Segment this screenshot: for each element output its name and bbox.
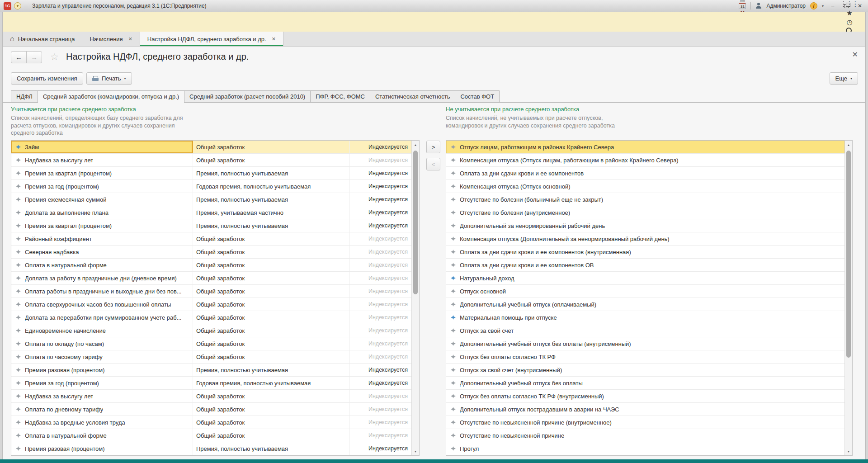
table-row[interactable]: Премия за квартал (процентом) Премия, по… xyxy=(11,167,411,180)
table-row[interactable]: Оплата по часовому тарифу Общий заработо… xyxy=(11,350,411,364)
list-item[interactable]: Дополнительный учебный отпуск без оплаты xyxy=(446,377,844,390)
info-caret-icon[interactable]: ▾ xyxy=(822,4,824,8)
save-changes-button[interactable]: Сохранить изменения xyxy=(11,72,83,85)
list-item[interactable]: Компенсация отпуска (Дополнительный за н… xyxy=(446,232,844,246)
included-list-description: Список начислений, определяющих базу сре… xyxy=(11,114,183,137)
table-row[interactable]: Надбавка за выслугу лет Общий заработок … xyxy=(11,154,411,167)
main-menu-dropdown[interactable]: ▼ xyxy=(14,2,21,9)
window-frame-right xyxy=(865,12,868,459)
accrual-name: Отпуск без оплаты согласно ТК РФ (внутри… xyxy=(460,393,604,400)
settings-tab[interactable]: НДФЛ xyxy=(11,90,38,102)
scroll-up-icon[interactable]: ▲ xyxy=(845,141,852,148)
table-row[interactable]: Оплата работы в праздничные и выходные д… xyxy=(11,285,411,298)
accrual-name: Дополнительный за ненормированный рабочи… xyxy=(460,222,605,229)
list-item[interactable]: Отсутствие по болезни (больничный еще не… xyxy=(446,193,844,206)
table-row[interactable]: Надбавка за выслугу лет Общий заработок … xyxy=(11,390,411,403)
history-icon[interactable]: ◷ xyxy=(844,18,854,27)
table-row[interactable]: Оплата в натуральной форме Общий заработ… xyxy=(11,429,411,442)
accrual-name: Компенсация отпуска (Отпуск лицам, работ… xyxy=(460,157,679,164)
apps-menu-icon[interactable]: ⋮⋮⋮ xyxy=(844,0,854,9)
table-row[interactable]: Оплата сверхурочных часов без повышенной… xyxy=(11,298,411,311)
favorite-star-icon[interactable]: ☆ xyxy=(50,52,59,62)
list-item[interactable]: Оплата за дни сдачи крови и ее компонент… xyxy=(446,167,844,180)
table-row[interactable]: Доплата за выполнение плана Премия, учит… xyxy=(11,206,411,219)
list-item[interactable]: Оплата за дни сдачи крови и ее компонент… xyxy=(446,259,844,272)
list-item[interactable]: Дополнительный учебный отпуск (оплачивае… xyxy=(446,298,844,311)
list-item[interactable]: Отсутствие по невыясненной причине (внут… xyxy=(446,416,844,429)
list-item[interactable]: Отпуск лицам, работающим в районах Крайн… xyxy=(446,141,844,154)
table-row[interactable]: Премия за год (процентом) Годовая премия… xyxy=(11,377,411,390)
accrual-icon xyxy=(451,223,456,228)
accrual-icon xyxy=(451,381,456,386)
accrual-icon xyxy=(451,368,456,373)
scroll-thumb[interactable] xyxy=(413,151,418,294)
indexation-flag: Индексируется xyxy=(350,144,411,150)
table-row[interactable]: Премия за год (процентом) Годовая премия… xyxy=(11,180,411,193)
window-tab[interactable]: ⌂ Настройка НДФЛ, среднего заработка и д… xyxy=(140,32,283,46)
table-row[interactable]: Доплата за работу в праздничные дни (дне… xyxy=(11,272,411,285)
table-row[interactable]: Оплата по окладу (по часам) Общий зарабо… xyxy=(11,337,411,350)
print-button[interactable]: Печать ▾ xyxy=(86,72,132,85)
table-row[interactable]: Районный коэффициент Общий заработок Инд… xyxy=(11,232,411,246)
list-item[interactable]: Компенсация отпуска (Отпуск лицам, работ… xyxy=(446,154,844,167)
minimize-button[interactable]: – xyxy=(828,2,837,10)
scroll-up-icon[interactable]: ▲ xyxy=(412,141,419,148)
list-item[interactable]: Материальная помощь при отпуске xyxy=(446,311,844,324)
more-button[interactable]: Еще ▾ xyxy=(830,72,858,85)
list-item[interactable]: Оплата за дни сдачи крови и ее компонент… xyxy=(446,246,844,259)
table-row[interactable]: Оплата по дневному тарифу Общий заработо… xyxy=(11,403,411,416)
window-tab[interactable]: ⌂ Начисления ✕ xyxy=(82,32,140,46)
calculator-icon[interactable]: ▦ xyxy=(739,0,746,3)
settings-tab[interactable]: ПФР, ФСС, ФОМС xyxy=(310,90,370,102)
settings-tab[interactable]: Средний заработок (расчет пособий 2010) xyxy=(184,90,311,102)
list-item[interactable]: Отпуск без оплаты согласно ТК РФ xyxy=(446,350,844,364)
left-scrollbar[interactable]: ▲ ▼ xyxy=(411,141,419,455)
close-tab-icon[interactable]: ✕ xyxy=(272,36,276,42)
back-button[interactable]: ← xyxy=(11,51,27,63)
table-row[interactable]: Премия разовая (процентом) Премия, полно… xyxy=(11,442,411,455)
accrual-icon xyxy=(16,433,21,438)
table-row[interactable]: Займ Общий заработок Индексируется xyxy=(11,141,411,154)
list-item[interactable]: Натуральный доход xyxy=(446,272,844,285)
accrual-icon xyxy=(451,420,456,425)
table-row[interactable]: Единовременное начисление Общий заработо… xyxy=(11,324,411,337)
accrual-icon xyxy=(16,289,21,294)
list-item[interactable]: Отсутствие по невыясненной причине xyxy=(446,429,844,442)
table-row[interactable]: Надбавка за вредные условия труда Общий … xyxy=(11,416,411,429)
favorites-icon[interactable]: ★ xyxy=(844,9,854,18)
list-item[interactable]: Отпуск за свой счет xyxy=(446,324,844,337)
forward-button[interactable]: → xyxy=(26,51,42,63)
close-form-button[interactable]: ✕ xyxy=(852,50,858,59)
scroll-down-icon[interactable]: ▼ xyxy=(845,448,852,455)
table-row[interactable]: Доплата за переработки при суммированном… xyxy=(11,311,411,324)
list-item[interactable]: Отпуск без оплаты согласно ТК РФ (внутри… xyxy=(446,390,844,403)
table-row[interactable]: Премия разовая (процентом) Премия, полно… xyxy=(11,364,411,377)
move-to-excluded-button[interactable]: > xyxy=(426,141,440,153)
list-item[interactable]: Дополнительный за ненормированный рабочи… xyxy=(446,219,844,232)
accrual-icon xyxy=(16,407,21,412)
list-item[interactable]: Дополнительный учебный отпуск без оплаты… xyxy=(446,337,844,350)
list-item[interactable]: Отпуск основной xyxy=(446,285,844,298)
scroll-down-icon[interactable]: ▼ xyxy=(412,448,419,455)
list-item[interactable]: Отпуск за свой счет (внутрисменный) xyxy=(446,364,844,377)
list-item[interactable]: Компенсация отпуска (Отпуск основной) xyxy=(446,180,844,193)
settings-tab[interactable]: Средний заработок (командировки, отпуска… xyxy=(38,90,184,103)
calendar-icon[interactable]: 31 xyxy=(739,3,746,9)
settings-tab[interactable]: Состав ФОТ xyxy=(455,90,500,102)
table-row[interactable]: Северная надбавка Общий заработок Индекс… xyxy=(11,246,411,259)
right-scrollbar[interactable]: ▲ ▼ xyxy=(844,141,852,455)
scroll-thumb[interactable] xyxy=(846,151,851,358)
table-row[interactable]: Оплата в натуральной форме Общий заработ… xyxy=(11,259,411,272)
window-tab[interactable]: ⌂ Начальная страница ✕ xyxy=(3,32,82,46)
info-icon[interactable]: i xyxy=(810,2,817,9)
accrual-icon xyxy=(451,197,456,202)
table-row[interactable]: Премия ежемесячная суммой Премия, полнос… xyxy=(11,193,411,206)
list-item[interactable]: Отсутствие по болезни (внутрисменное) xyxy=(446,206,844,219)
indexation-flag: Индексируется xyxy=(350,262,411,268)
close-tab-icon[interactable]: ✕ xyxy=(128,36,132,42)
settings-tab[interactable]: Статистическая отчетность xyxy=(370,90,456,102)
table-row[interactable]: Премия за квартал (процентом) Премия, по… xyxy=(11,219,411,232)
list-item[interactable]: Прогул xyxy=(446,442,844,455)
move-to-included-button[interactable]: < xyxy=(426,158,440,170)
list-item[interactable]: Дополнительный отпуск пострадавшим в ава… xyxy=(446,403,844,416)
